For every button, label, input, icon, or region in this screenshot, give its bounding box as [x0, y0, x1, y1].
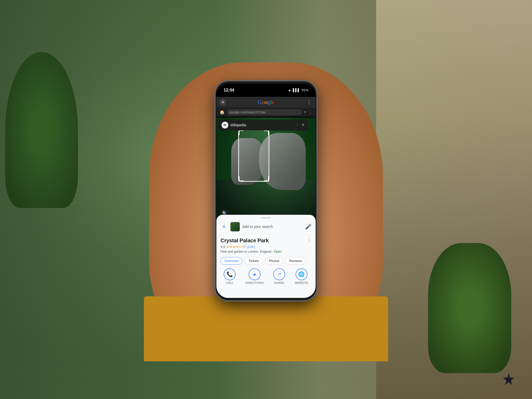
- status-time: 12:04: [224, 88, 234, 93]
- place-more-button[interactable]: ⋮: [307, 237, 311, 242]
- call-icon-circle: 📞: [224, 268, 236, 280]
- url-bar: 🏠 google.com/search?clier + ⋮: [216, 108, 316, 117]
- action-buttons-row: 📞 CALL ◈ DIRECTIONS ↗ SHAR: [216, 266, 316, 285]
- phone: 12:04 ▲ ▌▌▌ 91% ✕ Google ⋮: [215, 81, 317, 300]
- place-type-text: Park and garden in London, England: [221, 250, 271, 253]
- tab-photos[interactable]: Photos: [265, 257, 283, 265]
- share-label: SHARE: [274, 281, 284, 284]
- tab-tickets[interactable]: Tickets: [244, 257, 263, 265]
- status-icons: ▲ ▌▌▌ 91%: [288, 88, 308, 92]
- place-name: Crystal Palace Park: [221, 237, 269, 244]
- google-g: G: [258, 99, 262, 105]
- share-button[interactable]: ↗ SHARE: [273, 268, 285, 284]
- dynamic-island: [250, 87, 282, 96]
- globe-icon: 🌐: [298, 271, 305, 277]
- rating-info-icon[interactable]: ⓘ: [243, 245, 246, 249]
- svg-marker-0: [503, 373, 514, 385]
- directions-button[interactable]: ◈ DIRECTIONS: [245, 268, 264, 284]
- place-rating: 4.5 ★★★★½ ⓘ (12K): [221, 245, 311, 249]
- tab-reviews[interactable]: Reviews: [285, 257, 306, 265]
- directions-icon-circle: ◈: [249, 268, 261, 280]
- action-tabs: Overview Tickets Photos Reviews: [216, 255, 316, 266]
- sheet-search-bar[interactable]: G Add to your search 🎤: [216, 220, 316, 235]
- google-e: e: [272, 99, 275, 105]
- directions-label: DIRECTIONS: [245, 281, 264, 284]
- phone-screen: 12:04 ▲ ▌▌▌ 91% ✕ Google ⋮: [216, 84, 316, 298]
- share-icon: ↗: [277, 271, 281, 277]
- sheet-handle: [261, 217, 271, 218]
- bottom-sheet: G Add to your search 🎤 Crystal Palace Pa…: [216, 215, 316, 298]
- rating-count[interactable]: (12K): [247, 245, 255, 249]
- google-g-logo: G: [221, 223, 228, 230]
- website-button[interactable]: 🌐 WEBSITE: [295, 268, 308, 284]
- sleeve: [144, 296, 388, 361]
- lens-image: W Wikipedia ⋮ ✕ 🔍: [216, 117, 316, 221]
- wikipedia-label: Wikipedia: [230, 123, 293, 127]
- separator: ·: [272, 250, 274, 253]
- more-icon: ⋮: [307, 100, 311, 105]
- url-text[interactable]: google.com/search?clier: [227, 109, 302, 115]
- place-type: Park and garden in London, England · Ope…: [221, 250, 311, 253]
- google-o1: o: [262, 99, 265, 105]
- url-bar-actions: + ⋮: [304, 110, 312, 115]
- google-g2: g: [268, 99, 270, 105]
- share-icon-circle: ↗: [273, 268, 285, 280]
- star-logo: [501, 372, 516, 389]
- google-logo: Google: [229, 99, 303, 106]
- lens-corner-tr: [264, 130, 269, 135]
- lens-selection-box: [238, 130, 269, 182]
- website-label: WEBSITE: [295, 281, 308, 284]
- close-icon: ✕: [221, 100, 224, 104]
- close-button[interactable]: ✕: [220, 99, 226, 106]
- wikipedia-chip[interactable]: W Wikipedia ⋮ ✕: [218, 120, 308, 130]
- website-icon-circle: 🌐: [296, 268, 308, 280]
- rating-number: 4.5: [221, 245, 225, 249]
- place-info: Crystal Palace Park ⋮ 4.5 ★★★★½ ⓘ (12K) …: [216, 235, 316, 255]
- lens-corner-tl: [238, 130, 244, 135]
- wiki-close-icon[interactable]: ✕: [301, 122, 305, 127]
- call-label: CALL: [226, 281, 234, 284]
- microphone-icon[interactable]: 🎤: [305, 224, 311, 230]
- lens-corner-br: [264, 176, 269, 182]
- open-status: Open: [274, 250, 282, 253]
- wiki-more-icon[interactable]: ⋮: [295, 122, 299, 127]
- plant-right: [428, 243, 511, 373]
- wikipedia-icon: W: [222, 122, 228, 128]
- call-button[interactable]: 📞 CALL: [224, 268, 236, 284]
- lens-corner-bl: [238, 176, 244, 182]
- rating-stars: ★★★★½: [226, 245, 242, 249]
- plant-left: [5, 52, 78, 208]
- phone-wrapper: 12:04 ▲ ▌▌▌ 91% ✕ Google ⋮: [215, 81, 317, 300]
- wifi-icon: ▲: [288, 88, 291, 92]
- google-o2: o: [265, 99, 268, 105]
- google-g-icon: G: [223, 225, 226, 229]
- lens-area[interactable]: W Wikipedia ⋮ ✕ 🔍: [216, 117, 316, 221]
- new-tab-icon[interactable]: +: [304, 110, 306, 115]
- home-icon[interactable]: 🏠: [220, 110, 225, 115]
- browser-top-bar: ✕ Google ⋮: [216, 97, 316, 108]
- tabs-count-icon[interactable]: ⋮: [308, 110, 312, 115]
- place-header: Crystal Palace Park ⋮: [221, 237, 311, 244]
- browser-more-button[interactable]: ⋮: [306, 99, 312, 105]
- phone-icon: 📞: [227, 271, 233, 277]
- directions-icon: ◈: [253, 271, 256, 277]
- browser-chrome: ✕ Google ⋮ 🏠 google.com/search?clier + ⋮: [216, 97, 316, 117]
- battery-icon: 91%: [302, 88, 308, 92]
- add-to-search-text[interactable]: Add to your search: [242, 225, 302, 229]
- dino-thumbnail: [230, 222, 240, 231]
- tab-overview[interactable]: Overview: [221, 257, 242, 265]
- cellular-icon: ▌▌▌: [293, 88, 300, 92]
